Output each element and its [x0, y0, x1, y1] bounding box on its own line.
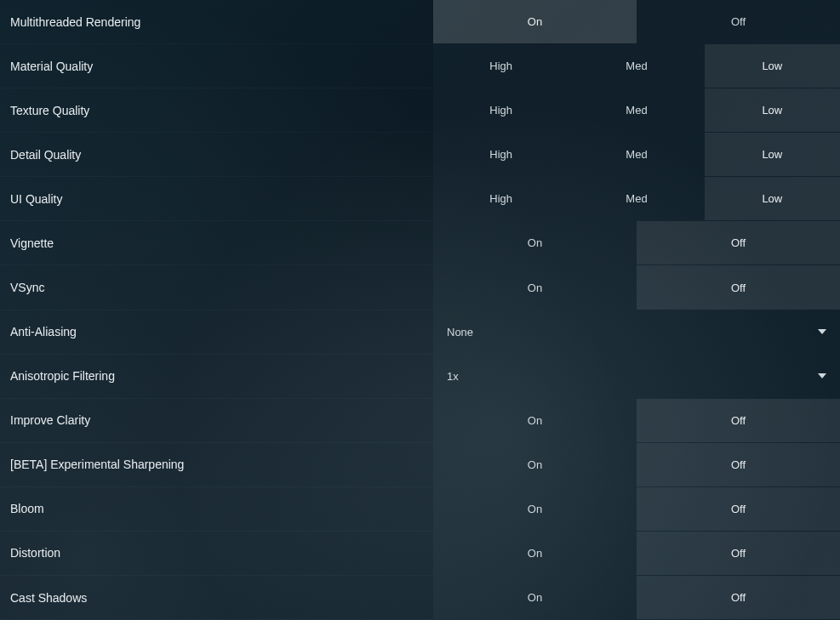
vignette-option-off[interactable]: Off — [637, 221, 840, 264]
setting-label-texture-quality: Texture Quality — [0, 88, 433, 132]
setting-label-vsync: VSync — [0, 265, 433, 309]
setting-options-distortion: OnOff — [433, 532, 840, 575]
texture-quality-option-high[interactable]: High — [433, 88, 569, 132]
material-quality-option-med[interactable]: Med — [569, 44, 704, 88]
texture-quality-option-low[interactable]: Low — [705, 88, 840, 132]
detail-quality-option-med[interactable]: Med — [569, 133, 704, 176]
cast-shadows-option-on[interactable]: On — [433, 576, 637, 619]
setting-label-material-quality: Material Quality — [0, 44, 433, 88]
improve-clarity-option-off[interactable]: Off — [637, 399, 840, 442]
setting-label-beta-experimental-sharpening: [BETA] Experimental Sharpening — [0, 443, 433, 486]
setting-options-vignette: OnOff — [433, 221, 840, 264]
beta-experimental-sharpening-option-off[interactable]: Off — [637, 443, 840, 486]
multithreaded-rendering-option-off[interactable]: Off — [637, 0, 840, 43]
setting-options-cast-shadows: OnOff — [433, 576, 840, 619]
setting-row-ui-quality: UI QualityHighMedLow — [0, 177, 840, 221]
setting-options-material-quality: HighMedLow — [433, 44, 840, 88]
bloom-option-on[interactable]: On — [433, 487, 637, 531]
bloom-option-off[interactable]: Off — [637, 487, 840, 531]
anisotropic-filtering-dropdown-value: 1x — [447, 370, 459, 383]
setting-label-distortion: Distortion — [0, 532, 433, 575]
caret-down-icon — [818, 373, 826, 378]
setting-row-beta-experimental-sharpening: [BETA] Experimental SharpeningOnOff — [0, 443, 840, 487]
setting-row-multithreaded-rendering: Multithreaded RenderingOnOff — [0, 0, 840, 44]
anti-aliasing-dropdown[interactable]: None — [433, 310, 840, 354]
setting-options-anisotropic-filtering: 1x — [433, 355, 840, 398]
setting-row-bloom: BloomOnOff — [0, 487, 840, 532]
setting-options-detail-quality: HighMedLow — [433, 133, 840, 176]
vsync-option-off[interactable]: Off — [637, 265, 840, 309]
setting-row-anti-aliasing: Anti-AliasingNone — [0, 310, 840, 355]
setting-row-vignette: VignetteOnOff — [0, 221, 840, 265]
ui-quality-option-med[interactable]: Med — [569, 177, 704, 220]
setting-label-anisotropic-filtering: Anisotropic Filtering — [0, 355, 433, 398]
anisotropic-filtering-dropdown[interactable]: 1x — [433, 355, 840, 398]
setting-options-bloom: OnOff — [433, 487, 840, 531]
setting-label-bloom: Bloom — [0, 487, 433, 531]
caret-down-icon — [818, 329, 826, 334]
detail-quality-option-low[interactable]: Low — [705, 133, 840, 176]
setting-options-improve-clarity: OnOff — [433, 399, 840, 442]
setting-options-beta-experimental-sharpening: OnOff — [433, 443, 840, 486]
material-quality-option-low[interactable]: Low — [705, 44, 840, 88]
material-quality-option-high[interactable]: High — [433, 44, 569, 88]
setting-label-detail-quality: Detail Quality — [0, 133, 433, 176]
setting-label-cast-shadows: Cast Shadows — [0, 576, 433, 619]
setting-options-texture-quality: HighMedLow — [433, 88, 840, 132]
setting-options-multithreaded-rendering: OnOff — [433, 0, 840, 43]
distortion-option-off[interactable]: Off — [637, 532, 840, 575]
ui-quality-option-low[interactable]: Low — [705, 177, 840, 220]
cast-shadows-option-off[interactable]: Off — [637, 576, 840, 619]
setting-options-ui-quality: HighMedLow — [433, 177, 840, 220]
vsync-option-on[interactable]: On — [433, 265, 637, 309]
setting-row-distortion: DistortionOnOff — [0, 532, 840, 576]
setting-row-improve-clarity: Improve ClarityOnOff — [0, 399, 840, 443]
ui-quality-option-high[interactable]: High — [433, 177, 569, 220]
detail-quality-option-high[interactable]: High — [433, 133, 569, 176]
setting-row-texture-quality: Texture QualityHighMedLow — [0, 88, 840, 133]
setting-label-ui-quality: UI Quality — [0, 177, 433, 220]
anti-aliasing-dropdown-value: None — [447, 326, 473, 338]
setting-row-detail-quality: Detail QualityHighMedLow — [0, 133, 840, 177]
setting-label-improve-clarity: Improve Clarity — [0, 399, 433, 442]
setting-row-cast-shadows: Cast ShadowsOnOff — [0, 576, 840, 620]
setting-label-vignette: Vignette — [0, 221, 433, 264]
beta-experimental-sharpening-option-on[interactable]: On — [433, 443, 637, 486]
multithreaded-rendering-option-on[interactable]: On — [433, 0, 637, 43]
improve-clarity-option-on[interactable]: On — [433, 399, 637, 442]
setting-label-anti-aliasing: Anti-Aliasing — [0, 310, 433, 354]
setting-options-anti-aliasing: None — [433, 310, 840, 354]
texture-quality-option-med[interactable]: Med — [569, 88, 704, 132]
vignette-option-on[interactable]: On — [433, 221, 637, 264]
setting-row-anisotropic-filtering: Anisotropic Filtering1x — [0, 355, 840, 399]
setting-options-vsync: OnOff — [433, 265, 840, 309]
setting-row-material-quality: Material QualityHighMedLow — [0, 44, 840, 88]
graphics-settings-panel: Multithreaded RenderingOnOffMaterial Qua… — [0, 0, 840, 620]
setting-row-vsync: VSyncOnOff — [0, 265, 840, 310]
setting-label-multithreaded-rendering: Multithreaded Rendering — [0, 0, 433, 43]
distortion-option-on[interactable]: On — [433, 532, 637, 575]
